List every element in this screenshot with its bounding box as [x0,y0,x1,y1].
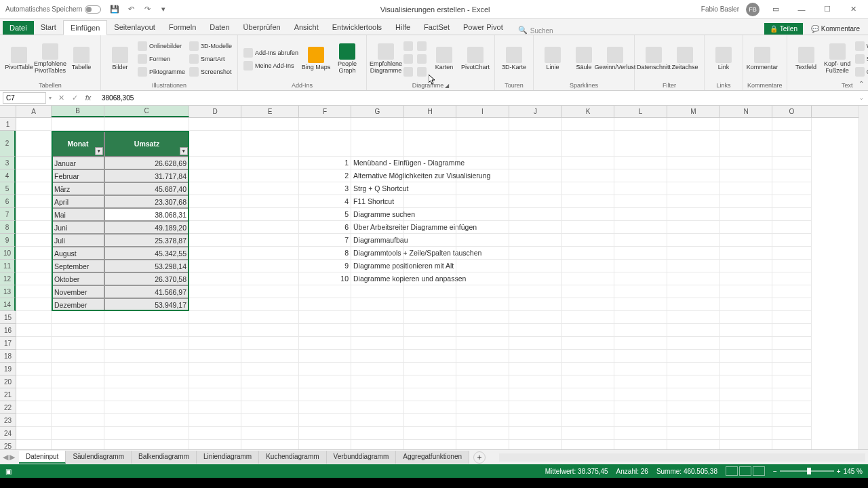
object-button[interactable]: Objekt [854,66,868,78]
sheet-tab-kuchendiagramm[interactable]: Kuchendiagramm [259,451,326,464]
cell-G15[interactable] [351,311,404,324]
cell-H1[interactable] [404,118,456,131]
tab-ansicht[interactable]: Ansicht [288,20,326,35]
cell-C15[interactable] [104,311,189,324]
cell-O15[interactable] [772,311,812,324]
tab-start[interactable]: Start [34,20,63,35]
cell-C24[interactable] [104,427,189,440]
cell-F24[interactable] [299,427,351,440]
qat-more-icon[interactable]: ▾ [158,4,169,15]
cell-J4[interactable] [509,169,562,182]
tab-power pivot[interactable]: Power Pivot [456,20,510,35]
cell-B25[interactable] [52,440,104,449]
cell-A7[interactable] [16,208,52,221]
worksheet-grid[interactable]: ABCDEFGHIJKLMNO 123456789101112131415161… [0,106,868,449]
timeline-button[interactable]: Zeitachse [670,39,700,79]
row-header-7[interactable]: 7 [0,208,16,221]
cell-D11[interactable] [189,260,241,272]
wordart-button[interactable]: WordArt [854,40,868,52]
cell-G1[interactable] [351,118,404,131]
cell-O4[interactable] [772,169,812,182]
col-header-C[interactable]: C [104,106,189,117]
tab-entwicklertools[interactable]: Entwicklertools [326,20,389,35]
cell-G23[interactable] [351,414,404,427]
cell-C14[interactable]: 53.949,17 [104,298,189,311]
cell-E15[interactable] [241,311,299,324]
cell-C20[interactable] [104,375,189,388]
cell-K16[interactable] [562,324,614,337]
cell-K9[interactable] [562,234,614,247]
cell-D18[interactable] [189,350,241,363]
sheet-tab-dateninput[interactable]: Dateninput [19,451,66,464]
cell-H20[interactable] [404,375,456,388]
autosave-toggle[interactable]: Automatisches Speichern [5,5,101,14]
smartart-button[interactable]: SmartArt [188,53,233,65]
sparkline-line-button[interactable]: Linie [538,39,568,79]
cell-J25[interactable] [509,440,562,449]
cell-H9[interactable] [404,234,456,247]
cell-O18[interactable] [772,350,812,363]
save-icon[interactable]: 💾 [109,4,120,15]
cell-J10[interactable] [509,247,562,260]
cell-B17[interactable] [52,337,104,350]
cell-H7[interactable] [404,208,456,221]
signature-button[interactable]: Signaturzeile [854,53,868,65]
cell-B14[interactable]: Dezember [52,298,104,311]
cell-H22[interactable] [404,401,456,414]
cell-I20[interactable] [456,375,509,388]
cell-D21[interactable] [189,388,241,401]
row-header-21[interactable]: 21 [0,388,16,401]
cell-E6[interactable] [241,195,299,208]
tab-seitenlayout[interactable]: Seitenlayout [107,20,162,35]
cell-O14[interactable] [772,298,812,311]
cell-L10[interactable] [614,247,667,260]
charts-dialog-launcher[interactable]: ◢ [445,83,449,89]
chart-type-5[interactable] [416,53,428,65]
sparkline-column-button[interactable]: Säule [569,39,599,79]
cell-J20[interactable] [509,375,562,388]
cell-B24[interactable] [52,427,104,440]
cell-E21[interactable] [241,388,299,401]
cell-F1[interactable] [299,118,351,131]
cell-B20[interactable] [52,375,104,388]
cell-E4[interactable] [241,169,299,182]
cell-F18[interactable] [299,350,351,363]
cell-K1[interactable] [562,118,614,131]
row-header-12[interactable]: 12 [0,272,16,285]
cell-N10[interactable] [720,247,772,260]
cell-N4[interactable] [720,169,772,182]
cell-N3[interactable] [720,157,772,169]
cell-L24[interactable] [614,427,667,440]
cell-D5[interactable] [189,182,241,195]
cell-E23[interactable] [241,414,299,427]
cell-I16[interactable] [456,324,509,337]
textbox-button[interactable]: Textfeld [791,39,821,79]
cell-A20[interactable] [16,375,52,388]
cell-N22[interactable] [720,401,772,414]
cell-O19[interactable] [772,363,812,375]
cell-D23[interactable] [189,414,241,427]
cell-B8[interactable]: Juni [52,221,104,234]
row-header-6[interactable]: 6 [0,195,16,208]
cell-H12[interactable] [404,272,456,285]
screenshot-button[interactable]: Screenshot [188,66,233,78]
cell-C8[interactable]: 49.189,20 [104,221,189,234]
cell-C9[interactable]: 25.378,87 [104,234,189,247]
cell-B18[interactable] [52,350,104,363]
cell-I12[interactable] [456,272,509,285]
cell-L18[interactable] [614,350,667,363]
cell-F19[interactable] [299,363,351,375]
cell-G14[interactable] [351,298,404,311]
fx-icon[interactable]: fx [83,94,94,102]
row-header-4[interactable]: 4 [0,169,16,182]
cell-E25[interactable] [241,440,299,449]
cell-L17[interactable] [614,337,667,350]
cell-N6[interactable] [720,195,772,208]
cell-N2[interactable] [720,131,772,157]
cell-E17[interactable] [241,337,299,350]
cell-H6[interactable] [404,195,456,208]
cell-E8[interactable] [241,221,299,234]
cell-O10[interactable] [772,247,812,260]
cell-C23[interactable] [104,414,189,427]
cell-D25[interactable] [189,440,241,449]
